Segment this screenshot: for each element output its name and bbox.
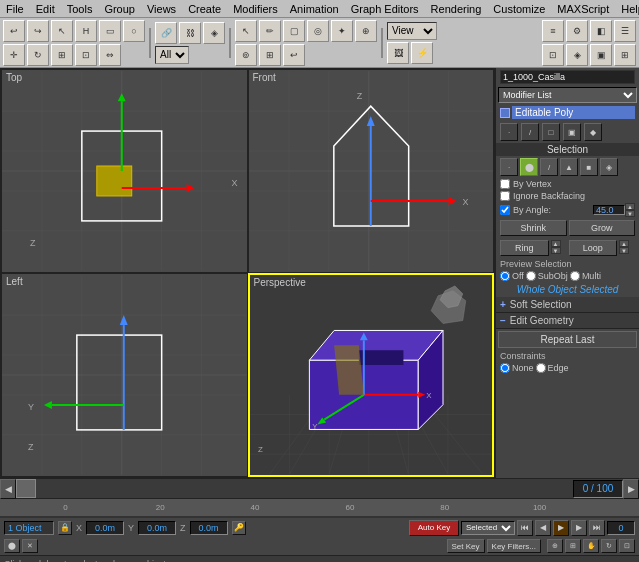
extra-btn-1[interactable]: ≡ [542, 20, 564, 42]
object-name-input[interactable] [500, 70, 635, 84]
menu-customize[interactable]: Customize [487, 2, 551, 16]
y-coord-input[interactable] [138, 521, 176, 535]
shrink-button[interactable]: Shrink [500, 220, 567, 236]
menu-modifiers[interactable]: Modifiers [227, 2, 284, 16]
viewport-perspective[interactable]: Perspective [248, 273, 495, 477]
menu-create[interactable]: Create [182, 2, 227, 16]
loop-down[interactable]: ▼ [619, 247, 629, 254]
timeline-track[interactable] [16, 479, 573, 498]
menu-tools[interactable]: Tools [61, 2, 99, 16]
bind-button[interactable]: ◈ [203, 22, 225, 44]
extra-btn-7[interactable]: ▣ [590, 44, 612, 66]
ring-up[interactable]: ▲ [551, 240, 561, 247]
grow-button[interactable]: Grow [569, 220, 636, 236]
pivot-btn[interactable]: ⊚ [235, 44, 257, 66]
extra-btn-4[interactable]: ☰ [614, 20, 636, 42]
menu-animation[interactable]: Animation [284, 2, 345, 16]
soft-selection-toggle[interactable]: + Soft Selection [496, 297, 639, 313]
lasso-select-button[interactable]: ○ [123, 20, 145, 42]
frame-counter[interactable] [573, 480, 623, 498]
extra-btn-2[interactable]: ⚙ [566, 20, 588, 42]
timeline-scroll-right[interactable]: ▶ [623, 479, 639, 499]
target-btn[interactable]: ⊕ [355, 20, 377, 42]
link-button[interactable]: 🔗 [155, 22, 177, 44]
key-lock-icon[interactable]: 🔑 [232, 521, 246, 535]
extra-btn-6[interactable]: ◈ [566, 44, 588, 66]
preview-multi-radio[interactable] [570, 271, 580, 281]
snap-cycle-btn[interactable]: ⊞ [259, 44, 281, 66]
sel-elem-icon[interactable]: ◈ [600, 158, 618, 176]
timeline-scroll-left[interactable]: ◀ [0, 479, 16, 499]
lock-icon[interactable]: 🔒 [58, 521, 72, 535]
border-icon-btn[interactable]: □ [542, 123, 560, 141]
selected-dropdown[interactable]: Selected [461, 521, 515, 535]
extra-btn-3[interactable]: ◧ [590, 20, 612, 42]
play-btn[interactable]: ▶ [553, 520, 569, 536]
rotate-button[interactable]: ↻ [27, 44, 49, 66]
render-btn[interactable]: 🖼 [387, 42, 409, 64]
delete-key-btn[interactable]: ✕ [22, 539, 38, 553]
create-key-btn[interactable]: ⬤ [4, 539, 20, 553]
zoom-all-btn[interactable]: ⊞ [565, 539, 581, 553]
quick-render-btn[interactable]: ⚡ [411, 42, 433, 64]
by-vertex-checkbox[interactable] [500, 179, 510, 189]
constraint-none-radio[interactable] [500, 363, 510, 373]
goto-end-btn[interactable]: ⏭ [589, 520, 605, 536]
loop-up[interactable]: ▲ [619, 240, 629, 247]
mirror-button[interactable]: ⇔ [99, 44, 121, 66]
snap-button[interactable]: ⊡ [75, 44, 97, 66]
goto-start-btn[interactable]: ⏮ [517, 520, 533, 536]
prev-frame-btn[interactable]: ◀ [535, 520, 551, 536]
maximize-btn[interactable]: ⊡ [619, 539, 635, 553]
menu-help[interactable]: Help [615, 2, 639, 16]
scale-button[interactable]: ⊞ [51, 44, 73, 66]
x-coord-input[interactable] [86, 521, 124, 535]
auto-key-button[interactable]: Auto Key [409, 520, 459, 536]
view-select[interactable]: View [387, 22, 437, 40]
z-coord-input[interactable] [190, 521, 228, 535]
edge-icon-btn[interactable]: / [521, 123, 539, 141]
by-angle-checkbox[interactable] [500, 205, 510, 215]
paint-button[interactable]: ✏ [259, 20, 281, 42]
sel-face-icon[interactable]: ▲ [560, 158, 578, 176]
sel-dot-icon[interactable]: · [500, 158, 518, 176]
by-angle-input[interactable] [593, 205, 625, 215]
zoom-btn[interactable]: ⊕ [547, 539, 563, 553]
ring-down[interactable]: ▼ [551, 247, 561, 254]
repeat-last-button[interactable]: Repeat Last [498, 331, 637, 348]
menu-group[interactable]: Group [98, 2, 141, 16]
menu-graph-editors[interactable]: Graph Editors [345, 2, 425, 16]
polygon-icon-btn[interactable]: ▣ [563, 123, 581, 141]
star-btn[interactable]: ✦ [331, 20, 353, 42]
viewport-top[interactable]: Top [1, 69, 248, 273]
loop-button[interactable]: Loop [569, 240, 618, 256]
key-filters-button[interactable]: Key Filters... [487, 539, 541, 553]
by-angle-down[interactable]: ▼ [625, 210, 635, 217]
ignore-backfacing-checkbox[interactable] [500, 191, 510, 201]
constraint-edge-radio[interactable] [536, 363, 546, 373]
undo-button[interactable]: ↩ [3, 20, 25, 42]
editable-poly-label[interactable]: Editable Poly [512, 106, 635, 119]
extra-btn-8[interactable]: ⊞ [614, 44, 636, 66]
vertex-icon-btn[interactable]: · [500, 123, 518, 141]
arc-rotate-btn[interactable]: ↻ [601, 539, 617, 553]
element-icon-btn[interactable]: ◆ [584, 123, 602, 141]
sel-edge-icon[interactable]: / [540, 158, 558, 176]
modifier-list-dropdown[interactable]: Modifier List [498, 87, 637, 103]
set-key-button[interactable]: Set Key [447, 539, 485, 553]
menu-maxscript[interactable]: MAXScript [551, 2, 615, 16]
circle-btn[interactable]: ◎ [307, 20, 329, 42]
rect-select-button[interactable]: ▭ [99, 20, 121, 42]
menu-views[interactable]: Views [141, 2, 182, 16]
sel-vertex-icon[interactable]: ⬤ [520, 158, 538, 176]
menu-rendering[interactable]: Rendering [425, 2, 488, 16]
menu-edit[interactable]: Edit [30, 2, 61, 16]
next-frame-btn[interactable]: ▶ [571, 520, 587, 536]
preview-off-radio[interactable] [500, 271, 510, 281]
ring-button[interactable]: Ring [500, 240, 549, 256]
viewport-left[interactable]: Left [1, 273, 248, 477]
sel-poly-icon[interactable]: ■ [580, 158, 598, 176]
unlink-button[interactable]: ⛓ [179, 22, 201, 44]
by-angle-up[interactable]: ▲ [625, 203, 635, 210]
current-frame-input[interactable] [607, 521, 635, 535]
